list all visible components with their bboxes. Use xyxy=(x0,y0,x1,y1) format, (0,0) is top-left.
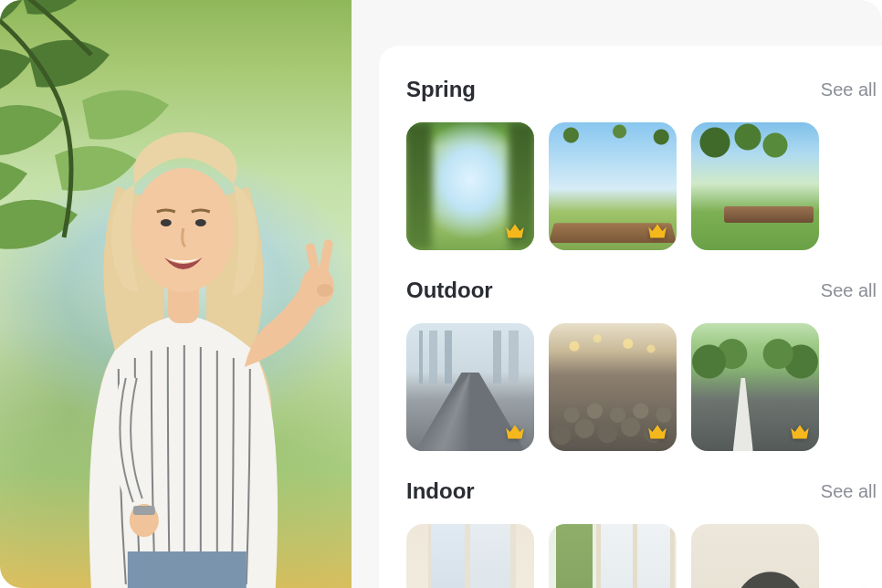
app-root: Spring See all xyxy=(0,0,882,588)
thumbs-row-spring xyxy=(406,122,882,250)
thumbs-row-indoor xyxy=(406,524,882,588)
see-all-spring[interactable]: See all xyxy=(821,79,878,100)
section-header-indoor: Indoor See all xyxy=(406,478,882,504)
thumb-indoor-minimal-wall[interactable] xyxy=(691,524,819,588)
svg-rect-11 xyxy=(132,506,154,515)
section-title-spring: Spring xyxy=(406,77,476,102)
crown-icon xyxy=(503,420,527,444)
thumb-spring-meadow-bench[interactable] xyxy=(691,122,819,250)
crown-icon xyxy=(646,420,669,444)
svg-point-8 xyxy=(316,284,332,297)
thumb-outdoor-cobblestone-paris[interactable] xyxy=(549,323,677,451)
thumb-art xyxy=(406,524,534,588)
svg-point-9 xyxy=(299,278,312,296)
section-indoor: Indoor See all xyxy=(406,478,882,588)
section-spring: Spring See all xyxy=(406,77,882,250)
thumb-spring-blurred-garden[interactable] xyxy=(406,122,534,250)
section-title-indoor: Indoor xyxy=(406,478,475,504)
crown-icon xyxy=(788,420,812,444)
section-header-outdoor: Outdoor See all xyxy=(406,278,882,303)
svg-rect-7 xyxy=(318,238,333,278)
svg-rect-0 xyxy=(127,551,246,588)
thumb-spring-sky-plank[interactable] xyxy=(549,122,677,250)
thumb-art xyxy=(549,524,677,588)
see-all-outdoor[interactable]: See all xyxy=(821,280,878,301)
section-title-outdoor: Outdoor xyxy=(406,278,493,303)
section-header-spring: Spring See all xyxy=(406,77,882,102)
background-picker-panel: Spring See all xyxy=(352,0,882,588)
preview-pane xyxy=(0,0,352,588)
thumb-indoor-window-curtain-2[interactable] xyxy=(549,524,677,588)
thumb-outdoor-treelined-road[interactable] xyxy=(691,323,819,451)
preview-subject-person xyxy=(26,77,337,588)
thumb-outdoor-city-street[interactable] xyxy=(406,323,534,451)
thumb-art xyxy=(691,122,819,250)
thumb-art xyxy=(691,524,819,588)
crown-icon xyxy=(646,219,669,243)
see-all-indoor[interactable]: See all xyxy=(821,481,878,502)
background-categories-card: Spring See all xyxy=(379,46,882,588)
thumbs-row-outdoor xyxy=(406,323,882,451)
svg-point-4 xyxy=(194,219,205,226)
crown-icon xyxy=(503,219,527,243)
svg-point-3 xyxy=(160,219,171,226)
section-outdoor: Outdoor See all xyxy=(406,278,882,451)
thumb-indoor-window-curtain-1[interactable] xyxy=(406,524,534,588)
